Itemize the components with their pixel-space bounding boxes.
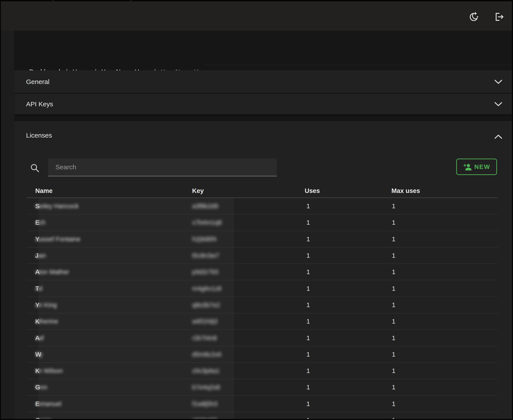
license-max-uses-cell: 1 (392, 235, 395, 243)
screen-border (512, 0, 513, 420)
license-table-header: Name Key Uses Max uses (27, 184, 498, 198)
license-uses-cell: 1 (306, 285, 310, 292)
search-field (48, 158, 277, 176)
app-bar (1, 1, 512, 31)
accordion-api-keys: API Keys (14, 94, 512, 114)
license-max-uses-cell: 1 (392, 318, 395, 325)
license-key-cell: r2k7t4n8 (192, 334, 217, 341)
screen-border (0, 0, 1, 420)
accordion-licenses-label[interactable]: Licenses (26, 132, 52, 139)
license-key-cell: w6f1h9j3 (192, 318, 218, 325)
accordion-api-keys-label: API Keys (26, 100, 53, 108)
accordion-general: General (14, 70, 512, 93)
new-license-button[interactable]: NEW (456, 159, 497, 175)
accordion-licenses: Licenses NEW (14, 121, 512, 419)
license-key-cell: p9d2r7k5 (192, 268, 219, 276)
license-table: Name Key Uses Max uses Stanley Hancock a… (27, 184, 498, 419)
license-uses-cell: 1 (306, 301, 310, 308)
window-tab-divider (131, 0, 132, 1)
license-max-uses-cell: 1 (392, 367, 395, 375)
screen: Dashboard / Users / Your Name Here / You… (0, 0, 513, 420)
table-row[interactable]: Youssef Fontaine h2j9d6f4 1 1 (27, 231, 498, 248)
main-content: Dashboard / Users / Your Name Here / You… (14, 31, 512, 419)
new-license-button-label: NEW (474, 163, 490, 170)
table-row[interactable]: Willy d5m8c2x6 1 1 (27, 346, 498, 363)
window-tab-divider (53, 0, 53, 1)
table-row[interactable]: Glenn b7e4q2s8 1 1 (27, 379, 498, 396)
table-row[interactable]: George n6r9g4t2 1 1 (27, 412, 498, 419)
license-uses-cell: 1 (306, 400, 310, 407)
table-row[interactable]: Asaf r2k7t4n8 1 1 (27, 330, 498, 346)
license-max-uses-cell: 1 (392, 384, 395, 391)
license-uses-cell: 1 (306, 235, 310, 243)
screen-border (0, 419, 513, 420)
license-key-cell: t5c8n3w7 (192, 252, 219, 259)
chevron-down-icon (494, 79, 503, 85)
table-row[interactable]: Katherine w6f1h9j3 1 1 (27, 313, 498, 330)
table-row[interactable]: Anton Mather p9d2r7k5 1 1 (27, 264, 498, 280)
license-uses-cell: 1 (306, 318, 310, 325)
accordion-api-keys-header[interactable]: API Keys (14, 94, 512, 114)
license-max-uses-cell: 1 (392, 417, 395, 419)
accordion-general-label: General (26, 78, 49, 86)
license-key-cell: z9v3p6a1 (192, 367, 220, 375)
license-max-uses-cell: 1 (392, 400, 395, 407)
license-key-cell: x7b4m1q8 (192, 219, 222, 226)
license-max-uses-cell: 1 (392, 285, 395, 292)
person-add-icon (463, 163, 472, 171)
license-uses-cell: 1 (306, 252, 310, 259)
chevron-up-icon[interactable] (494, 134, 503, 140)
license-uses-cell: 1 (306, 219, 310, 226)
license-key-cell: h2j9d6f4 (192, 235, 217, 243)
logout-icon (493, 10, 505, 23)
header-divider (204, 65, 512, 65)
license-uses-cell: 1 (306, 202, 310, 210)
license-uses-cell: 1 (306, 384, 310, 391)
table-row[interactable]: Ted m4g6v1z8 1 1 (27, 280, 498, 297)
column-header-uses: Uses (305, 187, 320, 194)
sidebar-strip (1, 31, 14, 419)
license-max-uses-cell: 1 (392, 301, 395, 308)
search-input[interactable] (48, 158, 277, 176)
license-uses-cell: 1 (306, 351, 310, 358)
moon-icon (467, 11, 479, 23)
license-key-cell: q8s3b7e2 (192, 301, 220, 308)
column-header-name: Name (35, 187, 53, 194)
chevron-down-icon (494, 101, 503, 107)
table-row[interactable]: Juan t5c8n3w7 1 1 (27, 248, 498, 264)
search-icon (30, 163, 40, 173)
license-uses-cell: 1 (306, 268, 310, 276)
table-row[interactable]: Kim Wilson z9v3p6a1 1 1 (27, 363, 498, 379)
column-header-max-uses: Max uses (391, 187, 420, 194)
license-uses-cell: 1 (306, 334, 310, 341)
dark-mode-toggle-button[interactable] (467, 11, 479, 23)
license-key-cell: f1w8j5h3 (192, 400, 218, 407)
license-uses-cell: 1 (306, 367, 310, 375)
license-max-uses-cell: 1 (392, 202, 395, 210)
table-row[interactable]: Emmanuel f1w8j5h3 1 1 (27, 396, 498, 412)
table-row[interactable]: Stanley Hancock a3f8k2d9 1 1 (27, 198, 498, 214)
license-max-uses-cell: 1 (392, 252, 395, 259)
license-uses-cell: 1 (306, 417, 310, 419)
license-key-cell: d5m8c2x6 (192, 351, 221, 358)
table-row[interactable]: Yuri King q8s3b7e2 1 1 (27, 297, 498, 313)
accordion-general-header[interactable]: General (14, 71, 512, 93)
license-key-cell: a3f8k2d9 (192, 202, 218, 210)
license-max-uses-cell: 1 (392, 219, 395, 226)
logout-button[interactable] (493, 10, 505, 23)
license-max-uses-cell: 1 (392, 334, 395, 341)
column-header-key: Key (192, 187, 204, 194)
license-key-cell: b7e4q2s8 (192, 384, 220, 391)
license-max-uses-cell: 1 (392, 351, 395, 358)
license-key-cell: n6r9g4t2 (192, 417, 217, 419)
license-key-cell: m4g6v1z8 (192, 285, 221, 292)
table-row[interactable]: Erich x7b4m1q8 1 1 (27, 214, 498, 231)
license-max-uses-cell: 1 (392, 268, 395, 276)
license-table-body: Stanley Hancock a3f8k2d9 1 1 Erich x7b4m… (27, 198, 498, 419)
